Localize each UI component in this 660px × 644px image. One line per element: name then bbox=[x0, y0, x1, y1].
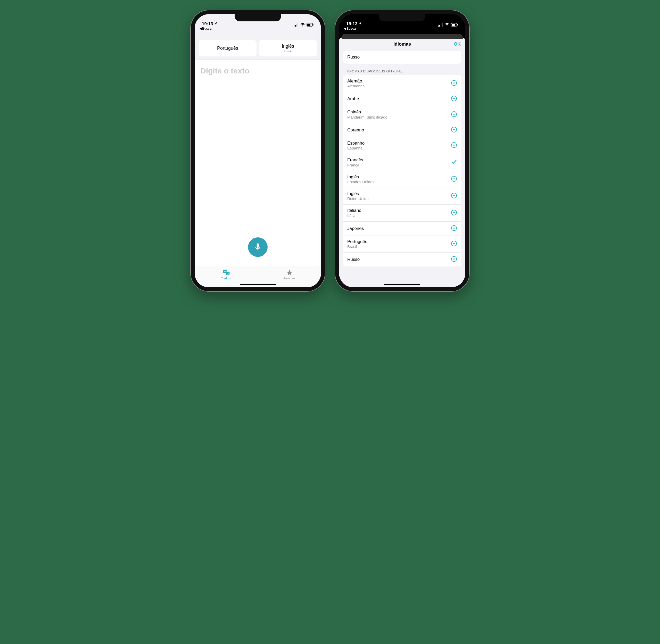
language-row[interactable]: Espanhol Espanha bbox=[343, 137, 461, 154]
language-sub: Brasil bbox=[347, 244, 367, 249]
language-row[interactable]: Chinês Mandarim, Simplificado bbox=[343, 106, 461, 123]
language-row[interactable]: Francês França bbox=[343, 154, 461, 171]
language-label: Árabe bbox=[347, 96, 359, 101]
checkmark-icon[interactable] bbox=[451, 159, 457, 166]
tab-translate-label: Traduzir bbox=[221, 277, 232, 280]
download-icon[interactable] bbox=[451, 176, 457, 183]
download-icon[interactable] bbox=[451, 240, 457, 248]
svg-rect-13 bbox=[441, 24, 441, 26]
language-row[interactable]: Japonês bbox=[343, 222, 461, 236]
download-icon[interactable] bbox=[451, 111, 457, 118]
language-row[interactable]: Italiano Itália bbox=[343, 205, 461, 221]
offline-languages-list: Alemão Alemanha Árabe Chinês Mandarim, S… bbox=[343, 75, 461, 267]
home-indicator[interactable] bbox=[240, 284, 276, 285]
tab-translate[interactable]: A文 Traduzir bbox=[195, 266, 258, 283]
svg-rect-2 bbox=[296, 24, 297, 26]
download-icon[interactable] bbox=[451, 142, 457, 149]
language-row[interactable]: Coreano bbox=[343, 123, 461, 137]
language-sub: Itália bbox=[347, 213, 361, 218]
home-indicator[interactable] bbox=[384, 284, 420, 285]
screen-languages: 19:13 ◀ Busca I bbox=[339, 14, 465, 288]
svg-text:A: A bbox=[224, 270, 226, 273]
svg-rect-0 bbox=[294, 25, 294, 26]
language-label: Coreano bbox=[347, 128, 364, 133]
chevron-left-icon: ◀ bbox=[344, 26, 346, 30]
language-sub: Mandarim, Simplificado bbox=[347, 115, 388, 120]
download-icon[interactable] bbox=[451, 225, 457, 232]
star-icon bbox=[286, 269, 293, 276]
microphone-icon bbox=[254, 242, 262, 252]
language-sub: Alemanha bbox=[347, 84, 365, 88]
cellular-signal-icon bbox=[438, 23, 443, 26]
breadcrumb-back[interactable]: ◀ Busca bbox=[344, 26, 356, 30]
language-label: Português bbox=[347, 239, 367, 244]
language-label: Russo bbox=[347, 257, 360, 262]
svg-rect-1 bbox=[295, 25, 296, 26]
language-row[interactable]: Inglês Reino Unido bbox=[343, 188, 461, 205]
target-language-button[interactable]: Inglês EUA bbox=[259, 40, 317, 56]
download-icon[interactable] bbox=[451, 95, 457, 102]
language-label: Inglês bbox=[347, 175, 374, 180]
breadcrumb-label: Busca bbox=[202, 26, 212, 30]
wifi-icon bbox=[445, 23, 449, 26]
download-icon[interactable] bbox=[451, 209, 457, 217]
download-icon[interactable] bbox=[451, 127, 457, 134]
translate-icon: A文 bbox=[222, 269, 230, 276]
language-sub: Espanha bbox=[347, 146, 366, 151]
chevron-left-icon: ◀ bbox=[199, 26, 202, 30]
svg-rect-3 bbox=[298, 23, 298, 26]
recent-language-card: Russo bbox=[343, 51, 461, 64]
target-language-label: Inglês bbox=[282, 44, 294, 49]
breadcrumb-label: Busca bbox=[347, 26, 356, 30]
translation-placeholder: Digite o texto bbox=[200, 67, 315, 75]
download-icon[interactable] bbox=[451, 80, 457, 87]
language-row[interactable]: Português Brasil bbox=[343, 236, 461, 253]
status-bar: 19:13 bbox=[339, 14, 465, 27]
screen-translate: 19:13 ◀ Busca P bbox=[195, 14, 321, 288]
source-language-label: Português bbox=[217, 46, 238, 51]
sheet-header: Idiomas OK bbox=[339, 37, 465, 51]
breadcrumb-back[interactable]: ◀ Busca bbox=[199, 26, 212, 30]
wifi-icon bbox=[300, 23, 305, 26]
download-icon[interactable] bbox=[451, 192, 457, 200]
cellular-signal-icon bbox=[294, 23, 299, 26]
language-row[interactable]: Alemão Alemanha bbox=[343, 75, 461, 92]
sheet-body[interactable]: Russo IDIOMAS DISPONÍVEIS OFF-LINE Alemã… bbox=[339, 51, 465, 288]
download-icon[interactable] bbox=[451, 256, 457, 263]
language-label: Italiano bbox=[347, 208, 361, 213]
language-label: Francês bbox=[347, 158, 363, 163]
language-label: Espanhol bbox=[347, 141, 366, 146]
language-row[interactable]: Russo bbox=[343, 51, 461, 64]
language-label: Japonês bbox=[347, 226, 364, 231]
battery-icon bbox=[307, 23, 314, 26]
translation-input-area[interactable]: Digite o texto bbox=[195, 60, 321, 266]
language-row[interactable]: Russo bbox=[343, 253, 461, 267]
status-bar: 19:13 bbox=[195, 14, 321, 27]
sheet-ok-button[interactable]: OK bbox=[454, 42, 461, 47]
phone-frame-languages: 19:13 ◀ Busca I bbox=[335, 10, 469, 291]
tab-favorites-label: Favoritas bbox=[284, 277, 295, 280]
sheet-title: Idiomas bbox=[393, 42, 411, 47]
svg-rect-11 bbox=[438, 25, 439, 26]
target-language-sub: EUA bbox=[284, 49, 292, 53]
language-sub: Reino Unido bbox=[347, 197, 369, 201]
svg-rect-12 bbox=[439, 25, 440, 26]
language-row[interactable]: Inglês Estados Unidos bbox=[343, 171, 461, 188]
language-label: Alemão bbox=[347, 78, 365, 84]
svg-rect-16 bbox=[452, 24, 455, 26]
language-selector-row: Português Inglês EUA bbox=[195, 27, 321, 60]
svg-rect-14 bbox=[442, 23, 443, 26]
location-arrow-icon bbox=[358, 21, 362, 26]
location-arrow-icon bbox=[214, 21, 218, 26]
language-label: Chinês bbox=[347, 110, 388, 115]
microphone-button[interactable] bbox=[248, 237, 268, 257]
language-row[interactable]: Árabe bbox=[343, 92, 461, 106]
tab-favorites[interactable]: Favoritas bbox=[258, 266, 321, 283]
battery-icon bbox=[451, 23, 458, 26]
offline-section-label: IDIOMAS DISPONÍVEIS OFF-LINE bbox=[343, 64, 461, 75]
status-time: 19:13 bbox=[202, 21, 213, 26]
language-sub: França bbox=[347, 163, 363, 167]
svg-text:文: 文 bbox=[227, 272, 229, 274]
source-language-button[interactable]: Português bbox=[199, 40, 257, 56]
languages-sheet: Idiomas OK Russo IDIOMAS DISPONÍVEIS OFF… bbox=[339, 37, 465, 288]
